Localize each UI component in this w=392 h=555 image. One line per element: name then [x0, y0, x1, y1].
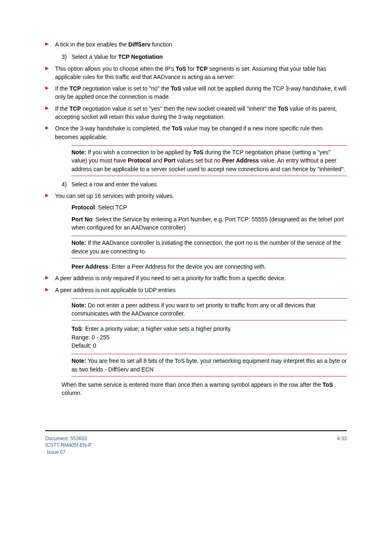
document-body: ▶ A tick in the box enables the DiffServ…	[45, 40, 347, 397]
tos-line: ToS: Enter a priority value; a higher va…	[71, 325, 347, 350]
bullet-text: If the TCP negotiation value is set to "…	[55, 104, 347, 121]
step-3: 3) Select a Value for TCP Negotiation	[62, 53, 347, 61]
note-box-2: Note: If the AADvance controller is init…	[71, 236, 347, 258]
bold-text: Port	[164, 157, 175, 164]
arrow-icon: ▶	[45, 65, 55, 81]
bold-text: Peer Address	[71, 263, 108, 270]
bold-text: ToS	[172, 125, 182, 132]
step-label: Select a row and enter the values	[71, 180, 157, 188]
text: If the	[55, 105, 69, 112]
arrow-icon: ▶	[45, 192, 55, 200]
arrow-icon: ▶	[45, 104, 55, 121]
bullet-diffserv: ▶ A tick in the box enables the DiffServ…	[45, 40, 347, 49]
bold-text: ToS	[193, 149, 203, 156]
doc-ref: ICSTT-RM405f-EN-P	[45, 442, 92, 449]
note-box-1: Note: If you wish a connection to be app…	[71, 145, 347, 176]
bold-text: Protocol	[71, 204, 95, 211]
bold-text: ToS	[323, 381, 333, 388]
doc-number: Document: 553633	[45, 435, 92, 442]
bullet-text: Once the 3-way handshake is completed, t…	[55, 124, 347, 141]
text: negotiation value is set to "yes" then t…	[81, 105, 278, 112]
bullet-text: You can set up 16 services with priority…	[55, 192, 347, 200]
text: : Enter a Peer Address for the device yo…	[108, 263, 266, 270]
protocol-line: Protocol: Select TCP	[71, 203, 347, 211]
bold-text: DiffServ	[128, 41, 150, 48]
bullet-text: If the TCP negotiation value is set to "…	[55, 84, 347, 101]
step3-bullet-3: ▶ If the TCP negotiation value is set to…	[45, 104, 347, 121]
bold-text: Protocol	[128, 157, 151, 164]
step-4: 4) Select a row and enter the values	[62, 180, 347, 188]
note-bold: Note:	[71, 239, 86, 246]
note-box-4: Note: You are free to set all 8 bits of …	[71, 354, 347, 376]
text: for	[186, 65, 196, 72]
text: If you wish a connection to be applied b…	[86, 149, 193, 156]
arrow-icon: ▶	[45, 40, 55, 49]
bold-text: TCP Negotiation	[118, 53, 163, 60]
bold-text: TCP	[69, 105, 81, 112]
arrow-icon: ▶	[45, 274, 55, 282]
bold-text: ToS	[71, 325, 82, 332]
text: If the	[55, 85, 69, 92]
portno-line: Port No: Select the Service by entering …	[71, 215, 347, 232]
step3-bullet-2: ▶ If the TCP negotiation value is set to…	[45, 84, 347, 101]
text: When the same service is entered more th…	[62, 381, 323, 388]
page-number: 4-33	[337, 435, 347, 456]
note-box-3: Note: Do not enter a peer address if you…	[71, 298, 347, 321]
peer-bullet-2: ▶ A peer address is not applicable to UD…	[45, 286, 347, 294]
text: You are free to set all 8 bits of the To…	[71, 358, 347, 372]
text: : Select the Service by entering a Port …	[71, 216, 344, 231]
step-number: 4)	[62, 180, 71, 188]
text: and	[151, 157, 164, 164]
peer-bullet-1: ▶ A peer address is only required if you…	[45, 274, 347, 282]
arrow-icon: ▶	[45, 286, 55, 294]
note-bold: Note:	[71, 358, 86, 364]
note-text: Note: Do not enter a peer address if you…	[71, 301, 347, 318]
bullet-text: A peer address is not applicable to UDP …	[55, 286, 347, 294]
step-label: Select a Value for TCP Negotiation	[71, 53, 163, 61]
closing-paragraph: When the same service is entered more th…	[62, 381, 347, 397]
tos-range: Range: 0 - 255	[71, 334, 110, 341]
note-text: Note: If the AADvance controller is init…	[71, 239, 347, 255]
step4-bullet-1: ▶ You can set up 16 services with priori…	[45, 192, 347, 200]
arrow-icon: ▶	[45, 84, 55, 101]
bold-text: TCP	[69, 85, 81, 92]
note-bold: Note:	[71, 149, 86, 156]
text: : Enter a priority value; a higher value…	[82, 325, 232, 332]
note-text: Note: You are free to set all 8 bits of …	[71, 357, 347, 374]
text: values set but no	[175, 157, 222, 164]
step3-bullet-1: ▶ This option allows you to choose when …	[45, 65, 347, 81]
text: A tick in the box enables the	[55, 41, 128, 48]
text: column.	[62, 390, 82, 396]
bullet-text: A tick in the box enables the DiffServ f…	[55, 40, 347, 49]
bold-text: ToS	[171, 85, 181, 92]
arrow-icon: ▶	[45, 124, 55, 141]
step3-bullet-4: ▶ Once the 3-way handshake is completed,…	[45, 124, 347, 141]
peer-address-line: Peer Address: Enter a Peer Address for t…	[71, 262, 347, 271]
note-bold: Note:	[71, 302, 86, 309]
text: negotiation value is set to "no" the	[81, 85, 171, 92]
text: Select a Value for	[71, 53, 118, 60]
text: : Select TCP	[95, 204, 127, 211]
bullet-text: This option allows you to choose when th…	[55, 65, 347, 81]
step-number: 3)	[62, 53, 71, 61]
bold-text: TCP	[196, 65, 208, 72]
tos-default: Default: 0	[71, 342, 96, 349]
bold-text: ToS	[176, 65, 186, 72]
note-text: Note: If you wish a connection to be app…	[71, 148, 347, 173]
bold-text: ToS	[278, 105, 288, 112]
bold-text: Peer Address	[222, 157, 259, 164]
doc-issue: Issue 07	[47, 449, 92, 456]
footer-divider	[45, 430, 347, 431]
page-footer: Document: 553633 ICSTT-RM405f-EN-P Issue…	[45, 435, 347, 456]
bold-text: Port No	[71, 216, 92, 223]
text: Do not enter a peer address if you want …	[71, 302, 315, 317]
text: function	[150, 41, 172, 48]
footer-left: Document: 553633 ICSTT-RM405f-EN-P Issue…	[45, 435, 92, 456]
text: If the AADvance controller is initiating…	[71, 239, 341, 254]
text: This option allows you to choose when th…	[55, 65, 176, 72]
bullet-text: A peer address is only required if you n…	[55, 274, 347, 282]
text: Once the 3-way handshake is completed, t…	[55, 125, 172, 132]
